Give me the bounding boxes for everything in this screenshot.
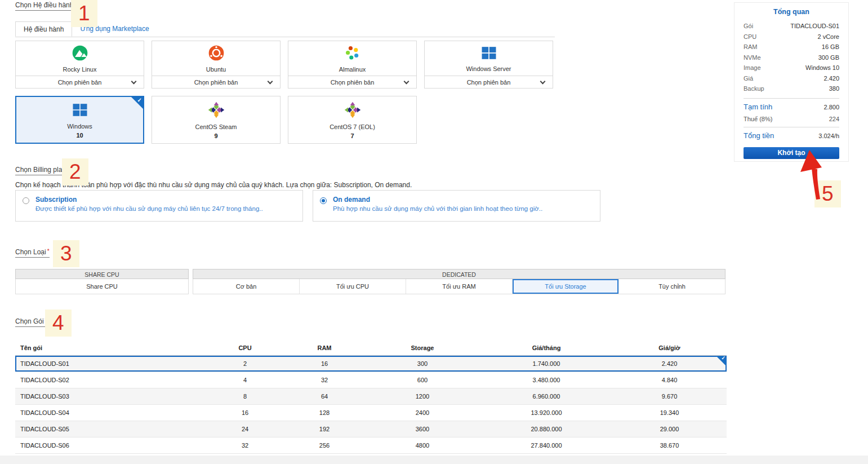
table-row-tidacloud-s03[interactable]: TIDACLOUD-S03 8 64 1200 6.960.000 9.670 bbox=[15, 388, 727, 405]
table-row-tidacloud-s05[interactable]: TIDACLOUD-S05 24 192 3600 20.880.000 29.… bbox=[15, 421, 727, 438]
billing-section-label: Chọn Billing plan* bbox=[15, 166, 69, 175]
summary-title: Tổng quan bbox=[735, 8, 848, 16]
type-option-co-ban[interactable]: Cơ bản bbox=[193, 279, 300, 294]
billing-option-subscription[interactable]: Subscription Được thiết kế phù hợp với n… bbox=[15, 190, 303, 222]
version-select[interactable]: Chọn phiên bản bbox=[288, 76, 416, 89]
summary-tax: Thuế (8%)224 bbox=[744, 113, 839, 125]
table-row-tidacloud-s04[interactable]: TIDACLOUD-S04 16 128 2400 13.920.000 19.… bbox=[15, 405, 727, 421]
summary-row-ram: RAM16 GB bbox=[744, 43, 839, 54]
annotation-step-3: 3 bbox=[53, 240, 79, 267]
col-storage: Storage bbox=[364, 344, 480, 351]
summary-row-goi: GóiTIDACLOUD-S01 bbox=[744, 23, 839, 33]
os-section-label: Chọn Hệ điều hành* bbox=[15, 1, 77, 11]
os-card-rocky-linux[interactable]: Rocky Linux Chọn phiên bản bbox=[15, 41, 144, 89]
version-select[interactable]: Chọn phiên bản bbox=[425, 76, 553, 89]
provisioning-page: Chọn Hệ điều hành* 1 Hệ điều hành Ứng dụ… bbox=[0, 0, 868, 464]
annotation-arrow bbox=[794, 145, 839, 219]
os-card-name: Windows bbox=[67, 123, 92, 130]
check-icon: ✓ bbox=[137, 97, 142, 103]
package-table-header: Tên gói CPU RAM Storage Giá/tháng Giá/gi… bbox=[15, 341, 727, 356]
annotation-step-1: 1 bbox=[71, 0, 97, 27]
type-option-toi-uu-cpu[interactable]: Tối ưu CPU bbox=[300, 279, 406, 294]
os-card-version: 9 bbox=[214, 132, 217, 139]
os-card-name: Ubuntu bbox=[206, 66, 226, 73]
chevron-down-icon bbox=[404, 79, 409, 85]
billing-option-title: Subscription bbox=[35, 196, 77, 204]
os-card-centos-7[interactable]: CentOS 7 (EOL) 7 bbox=[288, 96, 417, 144]
dedicated-header: DEDICATED bbox=[193, 269, 725, 279]
os-card-name: Almalinux bbox=[339, 66, 366, 73]
os-card-version: 7 bbox=[350, 132, 354, 139]
windows-server-icon bbox=[480, 45, 497, 64]
summary-row-nvme: NVMe300 GB bbox=[744, 54, 839, 65]
summary-row-cpu: CPU2 vCore bbox=[744, 33, 839, 44]
package-table: Tên gói CPU RAM Storage Giá/tháng Giá/gi… bbox=[15, 341, 727, 454]
billing-option-desc: Được thiết kế phù hợp với nhu cầu sử dụn… bbox=[35, 205, 263, 212]
table-row-tidacloud-s06[interactable]: TIDACLOUD-S06 32 256 4800 27.840.000 38.… bbox=[15, 438, 727, 454]
os-cards-row1: Rocky Linux Chọn phiên bản Ubuntu Chọn p… bbox=[15, 41, 553, 89]
summary-row-gia: Giá2.420 bbox=[744, 75, 839, 86]
annotation-step-2: 2 bbox=[62, 158, 88, 185]
type-option-tuy-chinh[interactable]: Tùy chỉnh bbox=[619, 279, 725, 294]
os-card-windows-server[interactable]: Windows Server Chọn phiên bản bbox=[424, 41, 553, 89]
type-option-toi-uu-storage[interactable]: Tối ưu Storage bbox=[513, 279, 619, 294]
type-option-share-cpu[interactable]: Share CPU bbox=[16, 279, 188, 294]
type-option-toi-uu-ram[interactable]: Tối ưu RAM bbox=[406, 279, 513, 294]
col-gia-gio: Giá/giờ bbox=[612, 344, 727, 351]
billing-option-desc: Phù hợp nhu cầu sử dụng máy chủ với thời… bbox=[333, 205, 542, 212]
billing-option-title: On demand bbox=[333, 196, 370, 204]
share-cpu-header: SHARE CPU bbox=[15, 269, 189, 279]
tab-he-dieu-hanh[interactable]: Hệ điều hành bbox=[15, 21, 72, 37]
radio-subscription[interactable] bbox=[23, 197, 29, 204]
os-card-almalinux[interactable]: Almalinux Chọn phiên bản bbox=[288, 41, 417, 89]
rocky-linux-icon bbox=[71, 44, 89, 64]
package-section-label: Chọn Gói* bbox=[15, 317, 47, 327]
page-bottom-strip bbox=[0, 456, 868, 464]
os-card-version: 10 bbox=[76, 132, 83, 139]
annotation-step-4: 4 bbox=[45, 310, 72, 337]
check-icon: ✓ bbox=[721, 355, 725, 361]
ubuntu-icon bbox=[207, 44, 225, 64]
divider bbox=[744, 98, 839, 99]
chevron-down-icon bbox=[268, 79, 273, 85]
centos-icon bbox=[344, 101, 362, 121]
os-card-name: Windows Server bbox=[466, 65, 511, 72]
os-card-ubuntu[interactable]: Ubuntu Chọn phiên bản bbox=[152, 41, 281, 89]
summary-row-backup: Backup380 bbox=[744, 85, 839, 96]
dedicated-group: DEDICATED Cơ bản Tối ưu CPU Tối ưu RAM T… bbox=[193, 269, 725, 294]
version-select[interactable]: Chọn phiên bản bbox=[16, 76, 144, 89]
chevron-down-icon bbox=[131, 79, 137, 85]
summary-total: Tổng tiền3.024/h bbox=[744, 130, 839, 142]
os-card-name: Rocky Linux bbox=[63, 66, 97, 73]
windows-icon bbox=[72, 101, 88, 121]
table-row-tidacloud-s02[interactable]: TIDACLOUD-S02 4 32 600 3.480.000 4.840 bbox=[15, 372, 727, 388]
os-card-name: CentOS Steam bbox=[195, 123, 237, 130]
table-row-tidacloud-s01[interactable]: TIDACLOUD-S01 2 16 300 1.740.000 2.420 ✓ bbox=[15, 356, 727, 372]
chevron-down-icon bbox=[540, 79, 546, 85]
summary-panel: Tổng quan GóiTIDACLOUD-S01 CPU2 vCore RA… bbox=[734, 2, 849, 162]
os-card-centos-stream[interactable]: CentOS Steam 9 bbox=[152, 96, 281, 144]
os-card-windows-10[interactable]: Windows 10 ✓ bbox=[15, 96, 144, 144]
billing-option-on-demand[interactable]: On demand Phù hợp nhu cầu sử dụng máy ch… bbox=[313, 190, 600, 222]
centos-icon bbox=[207, 101, 225, 121]
os-cards-row2: Windows 10 ✓ CentOS Steam 9 CentOS 7 (EO… bbox=[15, 96, 417, 144]
summary-subtotal: Tạm tính2.800 bbox=[744, 101, 839, 113]
radio-on-demand[interactable] bbox=[320, 197, 327, 204]
col-cpu: CPU bbox=[206, 344, 284, 351]
os-card-name: CentOS 7 (EOL) bbox=[330, 123, 375, 130]
col-ram: RAM bbox=[284, 344, 364, 351]
summary-row-image: ImageWindows 10 bbox=[744, 64, 839, 75]
almalinux-icon bbox=[344, 44, 362, 64]
divider bbox=[744, 127, 839, 127]
share-cpu-group: SHARE CPU Share CPU bbox=[15, 269, 189, 294]
version-select[interactable]: Chọn phiên bản bbox=[152, 76, 280, 89]
col-ten-goi: Tên gói bbox=[15, 344, 206, 351]
type-section-label: Chọn Loại* bbox=[15, 248, 50, 258]
required-asterisk: * bbox=[47, 248, 50, 254]
col-gia-thang: Giá/tháng bbox=[480, 344, 612, 351]
